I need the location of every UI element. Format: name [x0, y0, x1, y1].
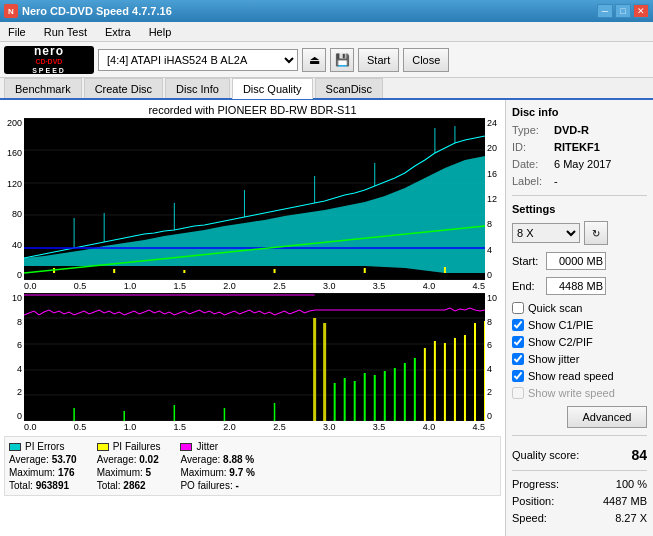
position-row: Position: 4487 MB — [512, 495, 647, 507]
progress-label: Progress: — [512, 478, 559, 490]
show-jitter-label: Show jitter — [528, 353, 579, 365]
pi-errors-label: PI Errors — [25, 441, 64, 452]
quality-score-value: 84 — [631, 447, 647, 463]
pi-failures-label: PI Failures — [113, 441, 161, 452]
title-bar-left: N Nero CD-DVD Speed 4.7.7.16 — [4, 4, 172, 18]
jitter-avg: Average: 8.88 % — [180, 454, 254, 465]
quick-scan-checkbox[interactable] — [512, 302, 524, 314]
end-mb-input[interactable] — [546, 277, 606, 295]
start-mb-row: Start: — [512, 252, 647, 270]
speed-row: 8 XMax4 X2 X ↻ — [512, 221, 647, 245]
chart-area: recorded with PIONEER BD-RW BDR-S11 2001… — [0, 100, 505, 536]
menu-help[interactable]: Help — [145, 24, 176, 40]
start-mb-input[interactable] — [546, 252, 606, 270]
pi-errors-max: Maximum: 176 — [9, 467, 77, 478]
show-write-speed-row: Show write speed — [512, 387, 647, 399]
nero-logo: nero CD·DVD SPEED — [4, 46, 94, 74]
pi-errors-avg: Average: 53.70 — [9, 454, 77, 465]
lower-y-axis-left: 1086420 — [4, 293, 24, 421]
drive-selector[interactable]: [4:4] ATAPI iHAS524 B AL2A — [98, 49, 298, 71]
show-read-speed-label: Show read speed — [528, 370, 614, 382]
show-jitter-checkbox[interactable] — [512, 353, 524, 365]
menu-bar: File Run Test Extra Help — [0, 22, 653, 42]
disc-id-row: ID: RITEKF1 — [512, 141, 647, 153]
lower-y-axis-right: 1086420 — [485, 293, 501, 421]
legend-stats: PI Errors Average: 53.70 Maximum: 176 To… — [4, 436, 501, 496]
pi-failures-max: Maximum: 5 — [97, 467, 161, 478]
tab-disc-info[interactable]: Disc Info — [165, 78, 230, 98]
show-jitter-row: Show jitter — [512, 353, 647, 365]
pi-failures-color — [97, 443, 109, 451]
show-write-speed-label: Show write speed — [528, 387, 615, 399]
tabs-bar: Benchmark Create Disc Disc Info Disc Qua… — [0, 78, 653, 100]
speed-selector[interactable]: 8 XMax4 X2 X — [512, 223, 580, 243]
quick-scan-label: Quick scan — [528, 302, 582, 314]
maximize-button[interactable]: □ — [615, 4, 631, 18]
save-icon-button[interactable]: 💾 — [330, 48, 354, 72]
divider-2 — [512, 435, 647, 436]
show-c1pie-checkbox[interactable] — [512, 319, 524, 331]
show-write-speed-checkbox[interactable] — [512, 387, 524, 399]
position-label: Position: — [512, 495, 554, 507]
divider-3 — [512, 470, 647, 471]
menu-file[interactable]: File — [4, 24, 30, 40]
show-read-speed-row: Show read speed — [512, 370, 647, 382]
pi-errors-legend: PI Errors Average: 53.70 Maximum: 176 To… — [9, 441, 77, 491]
show-c1pie-label: Show C1/PIE — [528, 319, 593, 331]
menu-run-test[interactable]: Run Test — [40, 24, 91, 40]
pi-errors-total: Total: 963891 — [9, 480, 77, 491]
lower-x-axis: 0.00.51.01.52.02.53.03.54.04.5 — [24, 421, 485, 432]
pi-failures-total: Total: 2862 — [97, 480, 161, 491]
app-icon: N — [4, 4, 18, 18]
upper-y-axis-left: 20016012080400 — [4, 118, 24, 280]
disc-type-row: Type: DVD-R — [512, 124, 647, 136]
end-mb-label: End: — [512, 280, 542, 292]
close-window-button[interactable]: ✕ — [633, 4, 649, 18]
disc-id-label: ID: — [512, 141, 550, 153]
disc-info-title: Disc info — [512, 106, 647, 118]
tab-benchmark[interactable]: Benchmark — [4, 78, 82, 98]
progress-value: 100 % — [616, 478, 647, 490]
jitter-po: PO failures: - — [180, 480, 254, 491]
show-read-speed-checkbox[interactable] — [512, 370, 524, 382]
jitter-label: Jitter — [196, 441, 218, 452]
disc-label-value: - — [554, 175, 558, 187]
close-button[interactable]: Close — [403, 48, 449, 72]
jitter-color — [180, 443, 192, 451]
show-c2pif-label: Show C2/PIF — [528, 336, 593, 348]
eject-icon-button[interactable]: ⏏ — [302, 48, 326, 72]
disc-label-label: Label: — [512, 175, 550, 187]
show-c2pif-checkbox[interactable] — [512, 336, 524, 348]
title-bar-buttons: ─ □ ✕ — [597, 4, 649, 18]
main-content: recorded with PIONEER BD-RW BDR-S11 2001… — [0, 100, 653, 536]
advanced-button[interactable]: Advanced — [567, 406, 647, 428]
disc-type-label: Type: — [512, 124, 550, 136]
title-bar: N Nero CD-DVD Speed 4.7.7.16 ─ □ ✕ — [0, 0, 653, 22]
right-panel: Disc info Type: DVD-R ID: RITEKF1 Date: … — [505, 100, 653, 536]
menu-extra[interactable]: Extra — [101, 24, 135, 40]
refresh-icon-button[interactable]: ↻ — [584, 221, 608, 245]
settings-title: Settings — [512, 203, 647, 215]
tab-create-disc[interactable]: Create Disc — [84, 78, 163, 98]
disc-id-value: RITEKF1 — [554, 141, 600, 153]
start-mb-label: Start: — [512, 255, 542, 267]
disc-date-row: Date: 6 May 2017 — [512, 158, 647, 170]
quality-score-row: Quality score: 84 — [512, 447, 647, 463]
quick-scan-row: Quick scan — [512, 302, 647, 314]
show-c1pie-row: Show C1/PIE — [512, 319, 647, 331]
jitter-max: Maximum: 9.7 % — [180, 467, 254, 478]
speed-value: 8.27 X — [615, 512, 647, 524]
upper-x-axis: 0.00.51.01.52.02.53.03.54.04.5 — [24, 280, 485, 291]
start-button[interactable]: Start — [358, 48, 399, 72]
disc-type-value: DVD-R — [554, 124, 589, 136]
pi-failures-legend: PI Failures Average: 0.02 Maximum: 5 Tot… — [97, 441, 161, 491]
upper-y-axis-right: 24201612840 — [485, 118, 501, 280]
minimize-button[interactable]: ─ — [597, 4, 613, 18]
pi-errors-color — [9, 443, 21, 451]
show-c2pif-row: Show C2/PIF — [512, 336, 647, 348]
tab-disc-quality[interactable]: Disc Quality — [232, 78, 313, 99]
progress-row: Progress: 100 % — [512, 478, 647, 490]
jitter-legend: Jitter Average: 8.88 % Maximum: 9.7 % PO… — [180, 441, 254, 491]
disc-date-label: Date: — [512, 158, 550, 170]
tab-scan-disc[interactable]: ScanDisc — [315, 78, 383, 98]
